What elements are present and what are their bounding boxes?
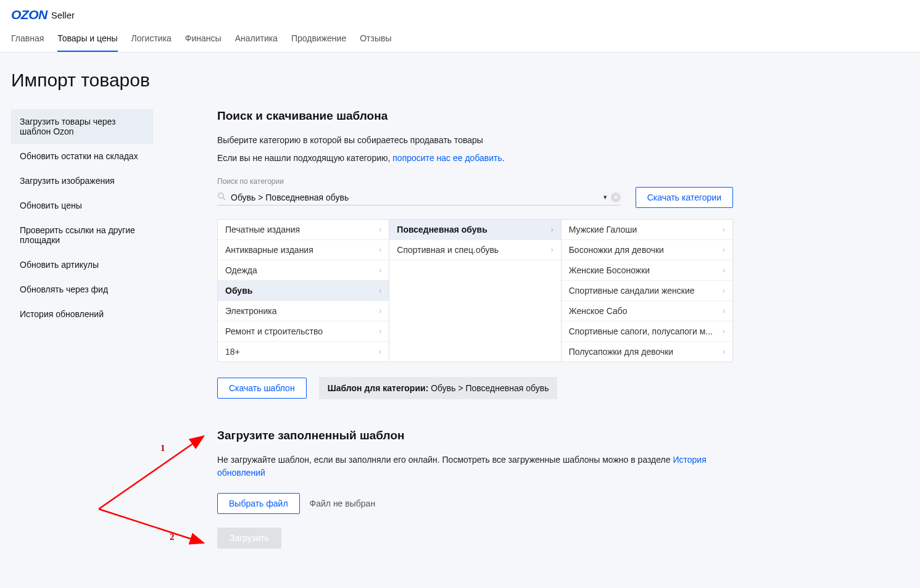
section-search-heading: Поиск и скачивание шаблона [217, 109, 733, 123]
cat-item-label: Спортивные сандалии женские [569, 286, 695, 296]
chevron-right-icon: › [723, 307, 725, 315]
sidebar-item-update-prices[interactable]: Обновить цены [11, 193, 153, 218]
cat-item-label: Женские Босоножки [569, 265, 650, 275]
cat-item-label: Спортивные сапоги, полусапоги м... [569, 326, 713, 336]
cat-item[interactable]: 18+› [218, 342, 389, 362]
cat-item-label: 18+ [225, 347, 240, 357]
chevron-right-icon: › [379, 225, 381, 234]
nav-finance[interactable]: Финансы [185, 27, 222, 52]
logo-brand[interactable]: OZON [11, 7, 48, 22]
sidebar-item-upload-template[interactable]: Загрузить товары через шаблон Ozon [11, 109, 153, 144]
cat-item[interactable]: Женские Босоножки› [562, 260, 732, 281]
download-categories-button[interactable]: Скачать категории [636, 187, 733, 208]
choose-file-button[interactable]: Выбрать файл [217, 493, 300, 514]
cat-item[interactable]: Электроника› [218, 301, 389, 321]
sidebar-item-history[interactable]: История обновлений [11, 302, 153, 326]
cat-item-label: Повседневная обувь [397, 225, 487, 234]
download-template-button[interactable]: Скачать шаблон [217, 378, 307, 399]
svg-line-1 [223, 197, 225, 200]
logo-sub: Seller [51, 10, 75, 20]
category-col-2[interactable]: Повседневная обувь› Спортивная и спец.об… [389, 220, 560, 362]
upload-desc-prefix: Не загружайте шаблон, если вы заполняли … [217, 455, 673, 465]
cat-item-label: Ремонт и строительство [225, 326, 323, 336]
cat-item-label: Полусапожки для девочки [569, 347, 674, 357]
sidebar-item-update-articul[interactable]: Обновить артикулы [11, 252, 153, 277]
cat-item[interactable]: Мужские Галоши› [562, 220, 732, 240]
category-browser: Печатные издания› Антикварные издания› О… [217, 219, 733, 362]
template-label-value: Обувь > Повседневная обувь [428, 383, 549, 393]
page-title: Импорт товаров [11, 70, 909, 91]
upload-button[interactable]: Загрузить [217, 528, 281, 549]
sidebar-item-update-feed[interactable]: Обновлять через фид [11, 277, 153, 302]
chevron-right-icon: › [723, 327, 725, 336]
nav-logistics[interactable]: Логистика [131, 27, 172, 52]
header-bar: OZON Seller [0, 0, 920, 27]
section-search-notfound: Если вы не нашли подходящую категорию, п… [217, 152, 733, 165]
request-category-link[interactable]: попросите нас ее добавить [392, 153, 502, 163]
cat-item[interactable]: Спортивные сапоги, полусапоги м...› [562, 321, 732, 342]
cat-item[interactable]: Ремонт и строительство› [218, 321, 389, 342]
main-content: Поиск и скачивание шаблона Выберите кате… [153, 109, 733, 549]
cat-item-label: Одежда [225, 265, 257, 275]
search-icon [217, 192, 226, 202]
svg-point-0 [218, 193, 223, 198]
cat-item[interactable]: Босоножки для девочки› [562, 240, 732, 260]
cat-item-selected[interactable]: Обувь› [218, 281, 389, 301]
cat-item[interactable]: Печатные издания› [218, 220, 389, 240]
cat-item-label: Босоножки для девочки [569, 245, 664, 255]
cat-item[interactable]: Женское Сабо› [562, 301, 732, 321]
chevron-right-icon: › [723, 246, 725, 254]
cat-item-label: Печатные издания [225, 225, 300, 234]
cat-item-label: Мужские Галоши [569, 225, 637, 234]
section-search-subtitle: Выберите категорию в которой вы собирает… [217, 134, 733, 147]
sidebar-item-check-links[interactable]: Проверить ссылки на другие площадки [11, 218, 153, 252]
cat-item-label: Электроника [225, 306, 277, 316]
chevron-right-icon: › [723, 286, 725, 295]
file-status: Файл не выбран [310, 499, 376, 508]
clear-icon[interactable]: ✕ [611, 193, 621, 202]
chevron-right-icon: › [551, 225, 553, 234]
category-search-input[interactable] [231, 193, 600, 202]
nav-main[interactable]: Главная [11, 27, 44, 52]
upload-desc: Не загружайте шаблон, если вы заполняли … [217, 453, 733, 479]
chevron-right-icon: › [379, 246, 381, 254]
cat-item[interactable]: Антикварные издания› [218, 240, 389, 260]
category-col-1[interactable]: Печатные издания› Антикварные издания› О… [218, 220, 389, 362]
chevron-down-icon[interactable]: ▾ [603, 193, 607, 201]
nav-analytics[interactable]: Аналитика [235, 27, 278, 52]
chevron-right-icon: › [379, 327, 381, 336]
chevron-right-icon: › [379, 266, 381, 275]
chevron-right-icon: › [723, 347, 725, 356]
cat-item-selected[interactable]: Повседневная обувь› [389, 220, 560, 240]
category-search-field[interactable]: ▾ ✕ [217, 189, 621, 205]
nav-reviews[interactable]: Отзывы [360, 27, 391, 52]
template-label-prefix: Шаблон для категории: [328, 383, 429, 393]
category-col-3[interactable]: Мужские Галоши› Босоножки для девочки› Ж… [561, 220, 732, 362]
top-nav: Главная Товары и цены Логистика Финансы … [0, 27, 920, 52]
nav-promo[interactable]: Продвижение [291, 27, 346, 52]
cat-item[interactable]: Полусапожки для девочки› [562, 342, 732, 362]
template-for-category-label: Шаблон для категории: Обувь > Повседневн… [319, 377, 558, 399]
cat-item[interactable]: Одежда› [218, 260, 389, 281]
cat-item[interactable]: Спортивная и спец.обувь› [389, 240, 560, 260]
notfound-prefix: Если вы не нашли подходящую категорию, [217, 153, 392, 163]
chevron-right-icon: › [379, 347, 381, 356]
cat-item-label: Спортивная и спец.обувь [397, 245, 499, 255]
sidebar: Загрузить товары через шаблон Ozon Обнов… [11, 109, 153, 326]
sidebar-item-update-stock[interactable]: Обновить остатки на складах [11, 144, 153, 168]
notfound-suffix: . [502, 153, 505, 163]
chevron-right-icon: › [379, 286, 381, 295]
nav-products-prices[interactable]: Товары и цены [57, 27, 117, 52]
chevron-right-icon: › [723, 225, 725, 234]
chevron-right-icon: › [551, 246, 553, 254]
chevron-right-icon: › [379, 307, 381, 315]
cat-item[interactable]: Спортивные сандалии женские› [562, 281, 732, 301]
cat-item-label: Антикварные издания [225, 245, 313, 255]
search-label: Поиск по категории [217, 177, 733, 186]
sidebar-item-upload-images[interactable]: Загрузить изображения [11, 168, 153, 193]
cat-item-label: Женское Сабо [569, 306, 628, 316]
chevron-right-icon: › [723, 266, 725, 275]
cat-item-label: Обувь [225, 286, 252, 296]
upload-heading: Загрузите заполненный шаблон [217, 429, 733, 442]
